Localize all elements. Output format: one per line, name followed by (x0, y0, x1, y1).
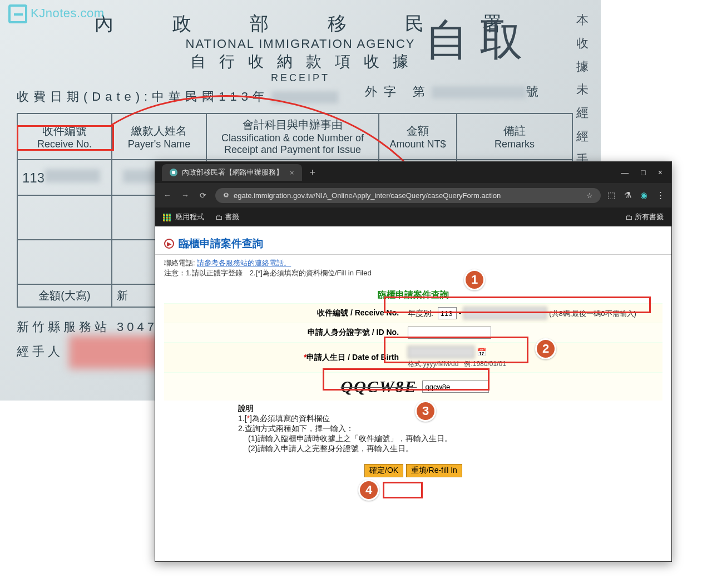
watermark-logo-icon (8, 4, 27, 23)
highlight-row-dob (384, 337, 528, 363)
apps-grid-icon (163, 214, 171, 221)
window-max-icon[interactable]: □ (641, 168, 645, 177)
pickup-stamp: 自取 (425, 11, 534, 70)
tab-close-icon[interactable]: × (290, 169, 294, 177)
page-title-row: ▶ 臨櫃申請案件查詢 (155, 226, 671, 255)
receive-no-value: 113 (22, 170, 44, 185)
bookmarks-bar: 應用程式 🗀書籤 🗀所有書籤 (155, 207, 671, 226)
window-close-icon[interactable]: × (658, 168, 662, 177)
bookmark-star-icon[interactable]: ☆ (586, 191, 593, 200)
watermark: KJnotes.com (8, 4, 105, 23)
bookmarks-folder[interactable]: 🗀書籤 (215, 212, 239, 222)
labs-icon[interactable]: ⚗ (624, 190, 631, 200)
notice-text: 注意：1.請以正體字登錄 2.[*]為必須填寫的資料欄位/Fill in Fil… (164, 269, 372, 277)
callout-2: 2 (535, 338, 556, 359)
nav-back-icon[interactable]: ← (162, 191, 173, 200)
extensions-icon[interactable]: ⬚ (607, 190, 615, 200)
browser-tab[interactable]: 內政部移民署【網路申辦服務】 × (162, 164, 302, 181)
url-text: egate.immigration.gov.tw/NIA_OnlineApply… (234, 191, 501, 200)
refill-button[interactable]: 重填/Re-fill In (406, 464, 462, 477)
profile-icon[interactable]: ◉ (640, 190, 647, 200)
window-min-icon[interactable]: — (621, 168, 629, 177)
folder-icon: 🗀 (625, 213, 632, 221)
highlight-row-recv (384, 297, 651, 313)
callout-4: 4 (358, 480, 379, 501)
menu-icon[interactable]: ⋮ (656, 190, 665, 200)
highlight-receive-no (17, 125, 114, 151)
redacted-recv-rest (44, 169, 100, 182)
site-settings-icon[interactable]: ⚙ (223, 191, 229, 199)
label-receive-no: 收件編號 / Receive No. (164, 304, 403, 323)
highlight-captcha (323, 368, 490, 391)
callout-3: 3 (415, 401, 436, 422)
redacted-date (271, 91, 338, 103)
favicon-icon (170, 169, 177, 176)
nav-reload-icon[interactable]: ⟳ (197, 191, 209, 200)
highlight-ok-button (383, 482, 423, 498)
desc-line-2b: (2)請輸入申請人之完整身分證號，再輸入生日。 (238, 444, 589, 454)
redacted-docnum (432, 86, 526, 98)
page-content: ▶ 臨櫃申請案件查詢 聯絡電話: 請參考各服務站的連絡電話。 注意：1.請以正體… (155, 226, 671, 561)
address-bar: ← → ⟳ ⚙ egate.immigration.gov.tw/NIA_Onl… (155, 183, 671, 207)
ok-button[interactable]: 確定/OK (364, 464, 403, 477)
new-tab-button[interactable]: + (310, 167, 316, 179)
apps-shortcut[interactable]: 應用程式 (163, 212, 204, 222)
callout-1: 1 (464, 269, 485, 290)
receipt-sub-en: RECEIPT (17, 72, 584, 84)
label-id-no: 申請人身分證字號 / ID No. (164, 323, 403, 343)
contact-link[interactable]: 請參考各服務站的連絡電話。 (197, 259, 291, 267)
omnibox[interactable]: ⚙ egate.immigration.gov.tw/NIA_OnlineApp… (215, 188, 601, 203)
folder-icon: 🗀 (215, 213, 222, 221)
tab-title: 內政部移民署【網路申辦服務】 (182, 167, 283, 177)
desc-line-1: 1.[*]為必須填寫的資料欄位 (238, 414, 330, 423)
instructions: 說明 1.[*]為必須填寫的資料欄位 2.查詢方式兩種如下，擇一輸入： (1)請… (233, 404, 594, 454)
contact-label: 聯絡電話: (164, 259, 195, 267)
bullet-icon: ▶ (164, 239, 174, 249)
tab-strip: 內政部移民署【網路申辦服務】 × + — □ × (155, 162, 671, 183)
desc-line-2a: (1)請輸入臨櫃申請時收據上之「收件編號」，再輸入生日。 (238, 434, 589, 444)
nav-forward-icon[interactable]: → (180, 191, 191, 200)
desc-line-2: 2.查詢方式兩種如下，擇一輸入： (238, 424, 589, 434)
doc-number-line: 外字 第號 (365, 83, 545, 100)
page-title: 臨櫃申請案件查詢 (179, 236, 263, 251)
all-bookmarks[interactable]: 🗀所有書籤 (625, 212, 664, 222)
